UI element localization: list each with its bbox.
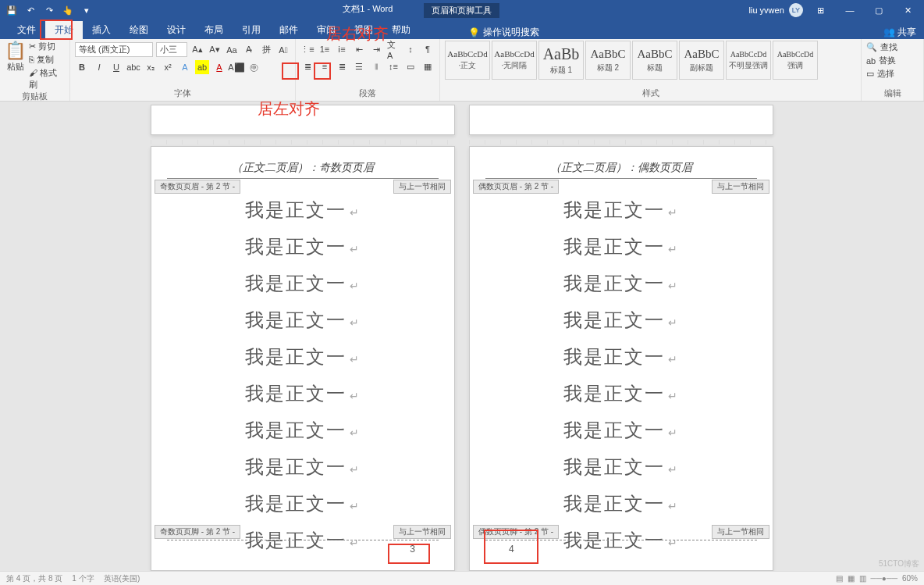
zoom-slider[interactable]: ──●──	[871, 574, 897, 583]
style-item[interactable]: AaBbCcDd·无间隔	[492, 41, 537, 80]
page-number[interactable]: 3	[410, 539, 415, 559]
font-color-icon[interactable]: A	[212, 60, 226, 74]
ribbon-display-icon[interactable]: ⊞	[808, 5, 834, 16]
ribbon-tabs: 文件 开始 插入 绘图 设计 布局 引用 邮件 审阅 视图 帮助 💡 操作说明搜…	[0, 20, 924, 39]
undo-icon[interactable]: ↶	[23, 5, 37, 16]
asian-layout-icon[interactable]: 文A	[386, 42, 400, 56]
style-item[interactable]: AaBbCcDd不明显强调	[726, 41, 771, 80]
enclose-char-icon[interactable]: ㊥	[247, 60, 261, 74]
page-number[interactable]: 4	[509, 539, 514, 559]
title-bar: 💾 ↶ ↷ 👆 ▾ 文档1 - Word 页眉和页脚工具 liu yvwen L…	[0, 0, 924, 20]
tab-help[interactable]: 帮助	[382, 21, 420, 39]
redo-icon[interactable]: ↷	[42, 5, 56, 16]
show-marks-icon[interactable]: ¶	[421, 42, 435, 56]
header-text[interactable]: （正文二页眉）：偶数页页眉	[470, 147, 773, 175]
view-print-icon[interactable]: ▦	[848, 574, 855, 583]
style-item[interactable]: AaBb标题 1	[538, 41, 584, 80]
italic-button[interactable]: I	[92, 60, 106, 74]
align-left-button[interactable]: ≣	[300, 59, 315, 73]
close-icon[interactable]: ✕	[894, 5, 921, 16]
clear-format-icon[interactable]: A̶	[242, 43, 256, 57]
distributed-button[interactable]: ⫴	[369, 59, 383, 73]
tab-view[interactable]: 视图	[345, 21, 382, 39]
shading-icon[interactable]: ▭	[403, 59, 418, 73]
bold-button[interactable]: B	[75, 60, 89, 74]
strike-button[interactable]: abc	[126, 60, 140, 74]
tab-home[interactable]: 开始	[45, 21, 83, 39]
increase-indent-icon[interactable]: ⇥	[369, 42, 383, 56]
find-button[interactable]: 🔍查找	[866, 41, 919, 54]
decrease-font-icon[interactable]: A▾	[208, 43, 222, 57]
multilevel-icon[interactable]: ⅰ≡	[335, 42, 349, 56]
tab-layout[interactable]: 布局	[195, 21, 233, 39]
font-name-combo[interactable]: 等线 (西文正)	[75, 42, 153, 57]
paste-button[interactable]: 📋 粘贴	[5, 41, 26, 91]
char-shading-icon[interactable]: A⬛	[229, 60, 243, 74]
underline-button[interactable]: U	[109, 60, 123, 74]
decrease-indent-icon[interactable]: ⇤	[352, 42, 366, 56]
highlight-icon[interactable]: ab	[195, 60, 209, 74]
body-line: 我是正文一↵	[245, 340, 454, 376]
scissors-icon: ✂	[29, 41, 36, 51]
save-icon[interactable]: 💾	[5, 5, 19, 16]
replace-button[interactable]: ab替换	[866, 54, 919, 67]
tab-draw[interactable]: 绘图	[120, 21, 158, 39]
increase-font-icon[interactable]: A▴	[190, 43, 204, 57]
body-line: 我是正文一↵	[563, 413, 773, 450]
borders-icon[interactable]: ▦	[421, 59, 435, 73]
horizontal-ruler[interactable]	[151, 140, 455, 144]
document-canvas[interactable]: （正文二页眉）：奇数页页眉 奇数页页眉 - 第 2 节 - 与上一节相同 我是正…	[0, 102, 924, 571]
justify-button[interactable]: ☰	[352, 59, 366, 73]
avatar[interactable]: LY	[789, 3, 803, 17]
tab-design[interactable]: 设计	[158, 21, 195, 39]
qat-more-icon[interactable]: ▾	[80, 5, 94, 16]
tell-me-search[interactable]: 💡 操作说明搜索	[468, 26, 539, 39]
change-case-icon[interactable]: Aa	[225, 43, 239, 57]
font-size-combo[interactable]: 小三	[156, 42, 187, 57]
body-text: 我是正文一↵我是正文一↵我是正文一↵我是正文一↵我是正文一↵我是正文一↵我是正文…	[470, 179, 773, 560]
style-item[interactable]: AaBbC标题 2	[585, 41, 631, 80]
share-button[interactable]: 👥 共享	[883, 26, 916, 39]
view-read-icon[interactable]: ▤	[836, 574, 843, 583]
status-page[interactable]: 第 4 页，共 8 页	[6, 573, 62, 584]
format-painter-button[interactable]: 🖌 格式刷	[29, 67, 65, 91]
copy-button[interactable]: ⎘ 复制	[29, 54, 65, 66]
tab-references[interactable]: 引用	[233, 21, 270, 39]
header-text[interactable]: （正文二页眉）：奇数页页眉	[151, 147, 454, 175]
status-lang[interactable]: 英语(美国)	[104, 573, 140, 584]
touch-mode-icon[interactable]: 👆	[61, 5, 75, 16]
style-item[interactable]: AaBbC标题	[632, 41, 677, 80]
group-editing: 🔍查找 ab替换 ▭选择 编辑	[862, 39, 924, 101]
maximize-icon[interactable]: ▢	[865, 5, 892, 16]
char-border-icon[interactable]: A⃞	[276, 43, 290, 57]
same-as-previous-tag: 与上一节相同	[393, 525, 451, 539]
superscript-button[interactable]: x²	[161, 60, 175, 74]
style-item[interactable]: AaBbCcDd·正文	[445, 41, 490, 80]
style-item[interactable]: AaBbCcDd强调	[773, 41, 818, 80]
minimize-icon[interactable]: —	[837, 5, 863, 15]
select-button[interactable]: ▭选择	[866, 67, 919, 80]
phonetic-guide-icon[interactable]: 拼	[259, 43, 273, 57]
view-web-icon[interactable]: ▥	[859, 574, 866, 583]
tab-file[interactable]: 文件	[8, 21, 45, 39]
cut-button[interactable]: ✂ 剪切	[29, 41, 65, 52]
style-item[interactable]: AaBbC副标题	[679, 41, 724, 80]
align-right-button[interactable]: ≣	[335, 59, 349, 73]
group-clipboard: 📋 粘贴 ✂ 剪切 ⎘ 复制 🖌 格式刷 剪贴板	[0, 39, 70, 101]
bullets-icon[interactable]: ⋮≡	[300, 42, 315, 56]
status-words[interactable]: 1 个字	[72, 573, 94, 584]
zoom-level[interactable]: 60%	[902, 574, 918, 583]
align-center-button[interactable]: ≡	[318, 59, 332, 73]
copy-icon: ⎘	[29, 55, 34, 64]
tab-mailings[interactable]: 邮件	[270, 21, 307, 39]
body-line: 我是正文一↵	[563, 193, 773, 230]
sort-icon[interactable]: ↕	[403, 42, 418, 56]
tab-review[interactable]: 审阅	[307, 21, 345, 39]
tab-insert[interactable]: 插入	[83, 21, 120, 39]
text-effects-icon[interactable]: A	[178, 60, 192, 74]
page-column-right: （正文二页眉）：偶数页页眉 偶数页页眉 - 第 2 节 - 与上一节相同 我是正…	[469, 105, 773, 571]
numbering-icon[interactable]: 1≡	[318, 42, 332, 56]
line-spacing-icon[interactable]: ↕≡	[386, 59, 400, 73]
horizontal-ruler[interactable]	[469, 140, 773, 144]
subscript-button[interactable]: x₂	[144, 60, 158, 74]
